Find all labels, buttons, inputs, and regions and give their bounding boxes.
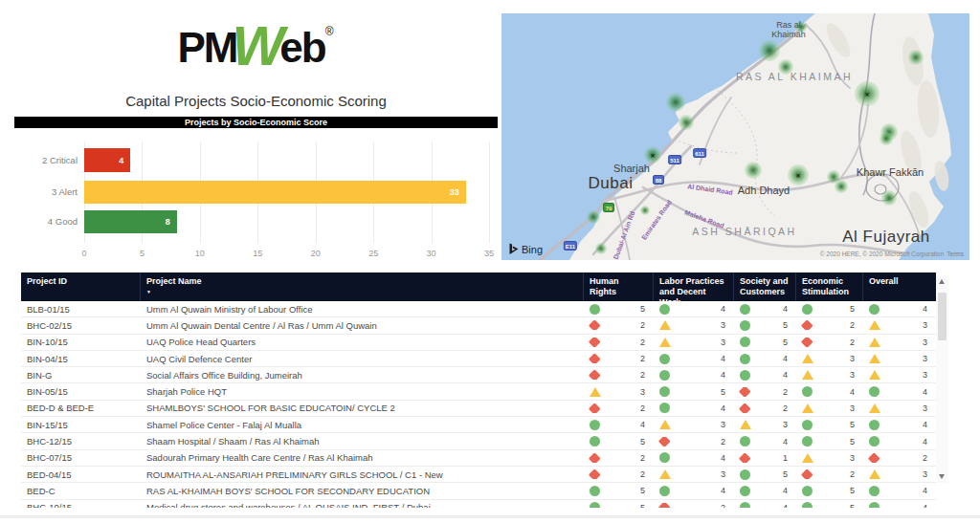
cell-score: 3	[796, 354, 863, 363]
cell-score: 3	[863, 370, 936, 380]
table-vertical-scrollbar[interactable]	[936, 275, 948, 483]
column-header-label: Human Rights	[590, 276, 619, 296]
cell-project-name: ROUMAITHA AL-ANSARIAH PRELIMINARY GIRLS …	[141, 469, 584, 480]
cell-score: 5	[584, 502, 654, 508]
heat-spot[interactable]	[881, 190, 897, 206]
cell-score: 2	[734, 387, 796, 397]
scroll-down-icon[interactable]	[939, 474, 945, 479]
chart-category-axis: 2 Critical3 Alert4 Good	[14, 142, 78, 243]
cell-score: 3	[654, 420, 734, 429]
table-row[interactable]: BED-D & BED-ESHAMLBOYS' SCHOOL FOR BASIC…	[21, 401, 936, 417]
heat-spot[interactable]	[595, 243, 607, 254]
heat-spot[interactable]: ✕	[788, 164, 809, 185]
score-value: 4	[721, 354, 725, 363]
heat-spot[interactable]: ✕	[644, 146, 661, 163]
bing-logo[interactable]: Bing	[509, 243, 543, 255]
cell-score: 2	[863, 453, 936, 463]
red-diamond-icon	[589, 403, 600, 413]
cell-score: 3	[863, 403, 936, 413]
heat-spot[interactable]	[880, 132, 893, 145]
heat-spot[interactable]	[835, 180, 848, 193]
heat-spot[interactable]	[666, 93, 685, 112]
score-value: 5	[783, 469, 788, 479]
cluster-x-icon: ✕	[650, 152, 655, 159]
road-shield-611: 611	[693, 148, 706, 158]
column-header-label: Overall	[869, 276, 899, 286]
heat-spot[interactable]	[679, 115, 694, 130]
column-header-overall[interactable]: Overall	[863, 272, 936, 301]
score-value: 4	[923, 420, 927, 429]
table-row[interactable]: BIN-05/15Sharjah Police HQT35244	[21, 383, 936, 400]
table-row[interactable]: BLB-01/15Umm Al Quwain Ministry of Labou…	[21, 301, 936, 317]
green-circle-icon	[802, 420, 813, 430]
terms-link[interactable]: Terms	[947, 251, 964, 257]
table-row[interactable]: BIN-04/15UAQ Civil Defence Center24433	[21, 351, 936, 367]
amber-triangle-icon	[590, 387, 601, 397]
green-circle-icon	[869, 502, 880, 508]
amber-triangle-icon	[869, 370, 880, 380]
table-row[interactable]: BIN-GSocial Affairs Office Building, Jum…	[21, 367, 936, 383]
score-value: 2	[783, 403, 788, 413]
cell-score: 5	[654, 386, 734, 397]
green-circle-icon	[802, 502, 813, 508]
cell-score: 2	[734, 403, 796, 413]
heat-spot[interactable]: ✕	[855, 81, 880, 106]
cell-score: 4	[654, 452, 734, 463]
heat-spot[interactable]	[908, 50, 924, 65]
page-horizontal-scrollbar[interactable]	[0, 515, 980, 518]
cell-score: 3	[654, 469, 734, 479]
red-diamond-icon	[801, 469, 813, 479]
cell-score: 4	[654, 403, 734, 413]
score-value: 4	[783, 437, 788, 447]
bing-map[interactable]: ✕✕✕ 6115118879E11 Ras alKhaimahRAS AL KH…	[501, 13, 969, 260]
cell-score: 4	[734, 304, 796, 315]
table-row[interactable]: BHC-02/15Umm Al Quwain Dental Centre / A…	[21, 317, 936, 334]
heat-spot[interactable]	[745, 162, 762, 179]
column-header-project-id[interactable]: Project ID	[21, 272, 141, 301]
map-label-sharjah: Sharjah	[613, 163, 650, 174]
heat-spot[interactable]	[587, 210, 600, 224]
table-row[interactable]: BIN-15/15Shamel Police Center - Falaj Al…	[21, 417, 936, 433]
cell-score: 4	[863, 486, 936, 496]
bar-4-good[interactable]: 8	[84, 210, 177, 233]
heat-spot[interactable]	[640, 206, 650, 215]
table-row[interactable]: BHC-12/15Shaam Hospital / Shaam / Ras Al…	[21, 433, 936, 449]
column-header-economic-stimulation[interactable]: Economic Stimulation	[796, 272, 863, 301]
score-value: 2	[640, 338, 645, 347]
scroll-up-icon[interactable]	[939, 279, 945, 284]
scrollbar-thumb[interactable]	[938, 293, 947, 340]
heat-spot[interactable]	[759, 40, 780, 61]
amber-triangle-icon	[740, 420, 751, 429]
green-circle-icon	[590, 486, 600, 496]
table-header-row: Project IDProject Name▼Human RightsLabor…	[21, 272, 936, 301]
score-value: 3	[850, 354, 855, 363]
sort-descending-icon[interactable]: ▼	[146, 289, 577, 294]
cell-score: 4	[863, 386, 936, 397]
red-diamond-icon	[589, 338, 600, 347]
amber-triangle-icon	[659, 420, 671, 429]
green-circle-icon	[802, 486, 813, 496]
column-header-labor-practices-and-decent-work[interactable]: Labor Practices and Decent Work	[654, 272, 734, 301]
bar-3-alert[interactable]: 33	[84, 181, 466, 204]
table-row[interactable]: BHC-07/15Sadourah Primary Health Care Ce…	[21, 450, 936, 467]
cell-score: 5	[796, 304, 863, 315]
map-label-dubai: Dubai	[589, 174, 634, 193]
green-circle-icon	[740, 370, 750, 381]
cell-project-id: BHC-02/15	[21, 320, 141, 331]
column-header-project-name[interactable]: Project Name▼	[141, 272, 584, 301]
category-label-4-good: 4 Good	[14, 210, 78, 233]
table-row[interactable]: BHC-10/15Medical drug stores and warehou…	[21, 500, 936, 508]
green-circle-icon	[802, 304, 813, 315]
bar-2-critical[interactable]: 4	[84, 148, 130, 172]
column-header-society-and-customers[interactable]: Society and Customers	[734, 272, 796, 301]
cell-score: 5	[734, 469, 796, 480]
amber-triangle-icon	[869, 403, 880, 413]
table-row[interactable]: BIN-10/15UAQ Police Head Quarters23523	[21, 335, 936, 351]
column-header-human-rights[interactable]: Human Rights	[584, 272, 654, 301]
map-copyright: © 2020 HERE, © 2020 Microsoft Corporatio…	[820, 251, 945, 257]
amber-triangle-icon	[802, 403, 813, 413]
cell-score: 2	[584, 338, 654, 347]
score-value: 5	[850, 437, 855, 447]
table-row[interactable]: BED-04/15ROUMAITHA AL-ANSARIAH PRELIMINA…	[21, 467, 936, 483]
table-row[interactable]: BED-CRAS AL-KHAIMAH BOYS' SCHOOL FOR SEC…	[21, 483, 936, 499]
